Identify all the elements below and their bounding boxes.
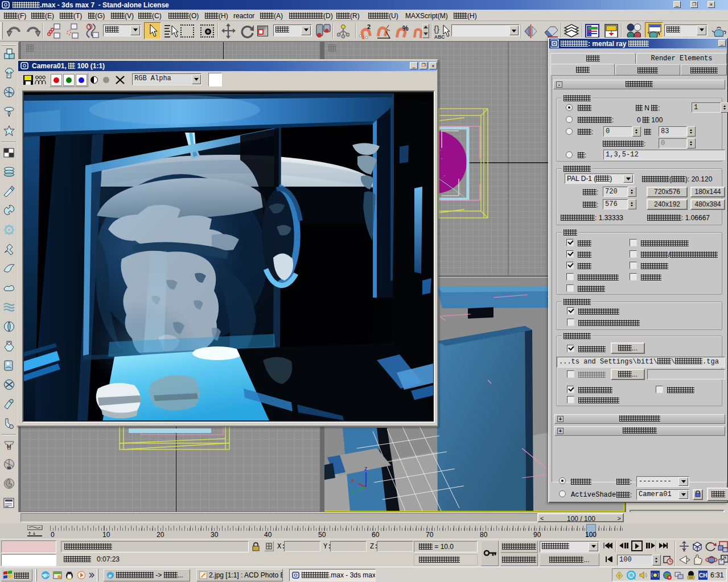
svg-text:M: M — [7, 465, 11, 470]
svg-text:ABC: ABC — [434, 34, 445, 40]
svg-text:%: % — [402, 24, 409, 32]
svg-text:{}: {} — [434, 24, 439, 34]
svg-text:e: e — [109, 572, 112, 579]
svg-text:z: z — [364, 465, 368, 472]
svg-text:2: 2 — [367, 24, 371, 30]
svg-text:y: y — [351, 488, 355, 495]
svg-text:CH: CH — [699, 572, 707, 579]
svg-text:e: e — [43, 572, 47, 579]
svg-text:T: T — [7, 72, 10, 77]
svg-text:x: x — [351, 477, 355, 484]
svg-text:M: M — [7, 444, 11, 449]
